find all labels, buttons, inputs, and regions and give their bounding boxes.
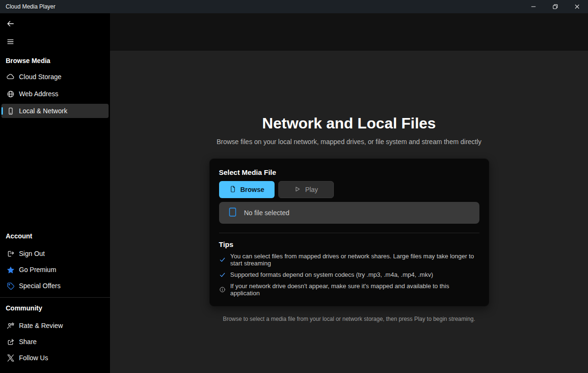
sidebar-item-special-offers[interactable]: Special Offers	[1, 278, 109, 293]
page-subtitle: Browse files on your local network, mapp…	[110, 138, 588, 146]
back-arrow-icon	[6, 19, 15, 29]
back-button[interactable]	[3, 17, 18, 31]
file-icon	[229, 207, 237, 218]
tip-text: Supported formats depend on system codec…	[230, 271, 433, 278]
cloud-icon	[6, 72, 15, 82]
sidebar-item-rate-review[interactable]: Rate & Review	[1, 318, 109, 333]
tag-icon	[6, 281, 15, 291]
minimize-icon	[531, 4, 536, 9]
close-button[interactable]	[566, 0, 588, 13]
window-controls	[523, 0, 588, 13]
instruction-caption: Browse to select a media file from your …	[110, 316, 588, 322]
sidebar-item-web-address[interactable]: Web Address	[1, 87, 109, 101]
tip-item: You can select files from mapped drives …	[219, 253, 479, 267]
hamburger-icon	[6, 37, 15, 47]
tips-heading: Tips	[219, 240, 479, 248]
sidebar-item-share[interactable]: Share	[1, 334, 109, 349]
play-button-label: Play	[305, 186, 318, 193]
sidebar: Browse Media Cloud Storage Web Address L…	[0, 13, 110, 373]
person-star-icon	[6, 321, 15, 330]
sidebar-item-label: Web Address	[19, 90, 58, 98]
sidebar-item-label: Follow Us	[19, 354, 48, 362]
account-heading: Account	[6, 232, 104, 240]
tip-item: Supported formats depend on system codec…	[219, 271, 479, 278]
browse-media-heading: Browse Media	[6, 57, 104, 64]
sidebar-item-label: Rate & Review	[19, 322, 63, 329]
sidebar-item-cloud-storage[interactable]: Cloud Storage	[1, 70, 109, 84]
x-logo-icon	[6, 353, 15, 363]
hamburger-menu-button[interactable]	[3, 35, 18, 49]
sidebar-item-label: Special Offers	[19, 282, 61, 290]
file-status-text: No file selected	[244, 209, 290, 217]
play-button[interactable]: Play	[278, 181, 334, 198]
sidebar-divider	[0, 297, 110, 298]
main-content: Network and Local Files Browse files on …	[110, 13, 588, 373]
sidebar-item-label: Cloud Storage	[19, 73, 62, 81]
document-icon	[229, 185, 237, 194]
sign-out-icon	[6, 249, 15, 258]
sidebar-item-label: Local & Network	[19, 107, 67, 115]
sidebar-item-label: Share	[19, 338, 37, 346]
browse-button-label: Browse	[240, 186, 265, 193]
card-divider	[219, 233, 479, 233]
info-icon	[219, 286, 226, 293]
sidebar-item-go-premium[interactable]: Go Premium	[1, 262, 109, 277]
card-heading: Select Media File	[219, 168, 479, 176]
sidebar-item-local-network[interactable]: Local & Network	[1, 104, 109, 118]
sidebar-item-follow-us[interactable]: Follow Us	[1, 350, 109, 365]
close-icon	[574, 4, 580, 9]
button-row: Browse Play	[219, 181, 479, 198]
play-icon	[294, 185, 301, 194]
sidebar-item-sign-out[interactable]: Sign Out	[1, 246, 109, 261]
sidebar-bottom-group: Account Sign Out Go Premium Special Offe…	[0, 232, 110, 373]
check-icon	[219, 256, 226, 263]
titlebar: Cloud Media Player	[0, 0, 588, 13]
window-title: Cloud Media Player	[0, 3, 55, 10]
sidebar-item-label: Go Premium	[19, 266, 56, 273]
share-icon	[6, 337, 15, 346]
tip-item: If your network drive doesn't appear, ma…	[219, 282, 479, 297]
restore-icon	[552, 4, 558, 9]
page-title: Network and Local Files	[110, 115, 588, 132]
check-icon	[219, 272, 226, 278]
browse-button[interactable]: Browse	[219, 181, 275, 198]
hero-banner	[110, 13, 588, 51]
globe-icon	[6, 89, 15, 99]
select-media-card: Select Media File Browse Play	[209, 158, 489, 307]
star-icon	[6, 265, 15, 274]
tip-text: If your network drive doesn't appear, ma…	[230, 282, 479, 297]
file-status-box[interactable]: No file selected	[219, 202, 479, 224]
sidebar-item-label: Sign Out	[19, 250, 45, 257]
tip-text: You can select files from mapped drives …	[230, 253, 479, 267]
restore-button[interactable]	[544, 0, 566, 13]
community-heading: Community	[6, 304, 104, 312]
device-icon	[6, 106, 15, 116]
minimize-button[interactable]	[523, 0, 544, 13]
